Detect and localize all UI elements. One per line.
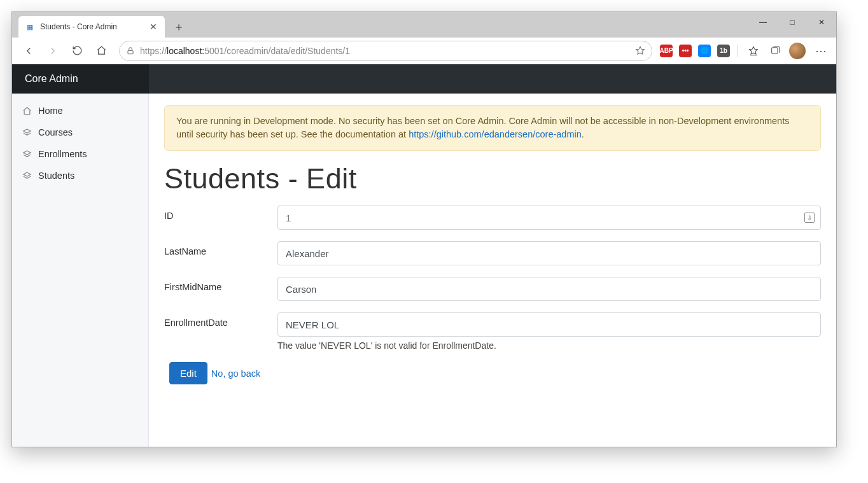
firstmidname-input[interactable] (277, 277, 821, 301)
favorite-icon[interactable] (635, 46, 645, 56)
globe-icon[interactable]: 🌐 (698, 45, 711, 57)
browser-window: ▦ Students - Core Admin ✕ ＋ — □ ✕ (11, 11, 837, 447)
sidebar-item-label: Enrollments (38, 149, 87, 159)
edit-button[interactable]: Edit (169, 362, 207, 384)
back-button[interactable] (18, 41, 39, 61)
app-header: Core Admin (12, 64, 836, 94)
favorites-bar-icon[interactable] (746, 41, 761, 61)
layers-icon (22, 150, 32, 159)
sidebar-item-students[interactable]: Students (12, 165, 148, 186)
sidebar-item-enrollments[interactable]: Enrollments (12, 143, 148, 165)
form-row-id: ID ⇩ (164, 206, 821, 230)
home-button[interactable] (91, 41, 111, 61)
layers-icon (22, 171, 32, 181)
alert-docs-link[interactable]: https://github.com/edandersen/core-admin (409, 129, 582, 139)
lastname-input[interactable] (277, 241, 821, 265)
new-tab-button[interactable]: ＋ (169, 17, 189, 37)
dev-mode-alert: You are running in Development mode. No … (164, 105, 821, 151)
sidebar-item-label: Students (38, 171, 74, 181)
alert-text-suffix: . (582, 129, 584, 139)
svg-rect-0 (128, 50, 133, 53)
id-input (277, 206, 821, 230)
address-bar[interactable]: https://localhost:5001/coreadmin/data/ed… (119, 41, 652, 61)
favicon-icon: ▦ (25, 22, 35, 32)
app-body: Home Courses Enrollments Students You ar (12, 94, 836, 447)
refresh-icon (72, 45, 83, 56)
refresh-button[interactable] (67, 41, 87, 61)
abp-icon[interactable]: ABP (660, 45, 673, 57)
form-actions: Edit No, go back (169, 362, 821, 384)
page-title: Students - Edit (164, 162, 821, 195)
more-menu-icon[interactable]: ⋯ (812, 41, 830, 61)
close-window-button[interactable]: ✕ (807, 12, 836, 32)
close-tab-icon[interactable]: ✕ (148, 22, 158, 32)
browser-toolbar: https://localhost:5001/coreadmin/data/ed… (12, 38, 836, 64)
enrollmentdate-input[interactable] (277, 312, 821, 337)
profile-avatar[interactable] (789, 43, 806, 59)
url-text: https://localhost:5001/coreadmin/data/ed… (140, 46, 630, 56)
divider (738, 45, 738, 57)
minimize-button[interactable]: — (748, 12, 778, 32)
field-label: EnrollmentDate (164, 312, 277, 328)
titlebar: ▦ Students - Core Admin ✕ ＋ — □ ✕ (12, 12, 836, 38)
field-label: ID (164, 206, 277, 221)
brand[interactable]: Core Admin (12, 64, 149, 94)
field-label: FirstMidName (164, 277, 277, 292)
form-row-lastname: LastName (164, 241, 821, 265)
collections-icon[interactable] (767, 41, 783, 61)
window-controls: — □ ✕ (748, 12, 836, 32)
svg-rect-1 (772, 47, 778, 53)
home-icon (22, 106, 32, 116)
validation-message: The value 'NEVER LOL' is not valid for E… (277, 340, 821, 351)
back-icon (23, 45, 34, 57)
app-root: Core Admin Home Courses Enrollments (12, 64, 836, 447)
forward-icon (47, 45, 59, 57)
sidebar-item-home[interactable]: Home (12, 100, 148, 122)
sidebar: Home Courses Enrollments Students (12, 94, 149, 447)
go-back-link[interactable]: No, go back (211, 368, 260, 379)
form-row-firstmidname: FirstMidName (164, 277, 821, 301)
form-row-enrollmentdate: EnrollmentDate The value 'NEVER LOL' is … (164, 312, 821, 351)
onenote-icon[interactable]: 1b (717, 45, 730, 57)
sidebar-item-label: Courses (38, 127, 73, 137)
lock-icon (126, 46, 135, 55)
forward-button (43, 41, 63, 61)
field-label: LastName (164, 241, 277, 256)
sidebar-item-label: Home (38, 106, 63, 116)
autofill-icon[interactable]: ⇩ (804, 213, 815, 223)
browser-tab[interactable]: ▦ Students - Core Admin ✕ (18, 16, 165, 38)
lastpass-icon[interactable]: ••• (679, 45, 692, 57)
extension-icons: ABP ••• 🌐 1b ⋯ (660, 41, 830, 61)
maximize-button[interactable]: □ (778, 12, 807, 32)
sidebar-item-courses[interactable]: Courses (12, 122, 148, 143)
layers-icon (22, 128, 32, 137)
home-icon (96, 45, 107, 56)
tab-title: Students - Core Admin (40, 22, 143, 31)
content-area: You are running in Development mode. No … (149, 94, 836, 447)
